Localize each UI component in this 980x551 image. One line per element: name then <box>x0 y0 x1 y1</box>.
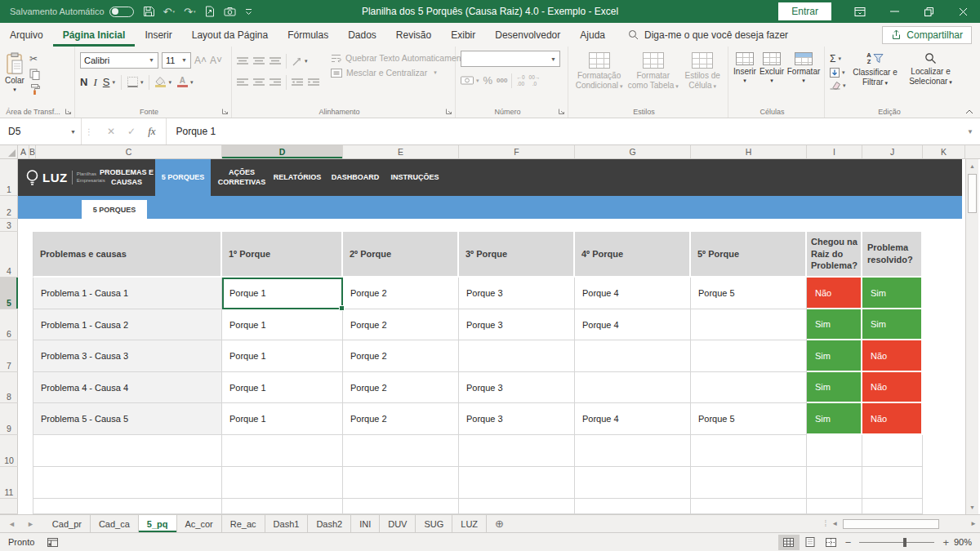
find-select-button[interactable]: Localizar e Selecionar <box>905 51 957 104</box>
nav-item-5-porques[interactable]: 5 PORQUES <box>155 159 211 196</box>
share-button[interactable]: Compartilhar <box>882 26 972 44</box>
expand-formula-bar-icon[interactable]: ▼ <box>967 128 980 136</box>
format-painter-icon[interactable] <box>29 84 40 95</box>
undo-icon[interactable]: ↶▾ <box>163 7 175 17</box>
row-header-5[interactable]: 5 <box>0 278 18 309</box>
macro-record-icon[interactable] <box>47 538 58 547</box>
zoom-slider-thumb[interactable] <box>903 538 906 547</box>
autosum-button[interactable]: Σ▾ <box>830 53 841 64</box>
cell-why2[interactable]: Porque 2 <box>343 309 459 340</box>
header-2-porque[interactable]: 2º Porque <box>343 232 459 278</box>
sheet-tab-re-ac[interactable]: Re_ac <box>222 515 265 532</box>
autosave-control[interactable]: Salvamento Automático <box>10 7 134 17</box>
cell-empty[interactable] <box>343 499 459 514</box>
cell-solved-flag[interactable]: Não <box>862 372 923 403</box>
cell-why3[interactable] <box>459 340 575 372</box>
cell-root-flag[interactable]: Sim <box>807 340 862 372</box>
row-header-6[interactable]: 6 <box>0 309 18 340</box>
cell-why4[interactable]: Porque 4 <box>575 278 691 309</box>
cell-empty[interactable] <box>459 467 575 499</box>
cell-empty[interactable] <box>862 435 923 467</box>
minimize-button[interactable] <box>877 0 911 23</box>
column-header-f[interactable]: F <box>459 145 575 158</box>
cell-empty[interactable] <box>459 435 575 467</box>
insert-cells-button[interactable]: Inserir <box>733 51 756 104</box>
column-header-h[interactable]: H <box>691 145 807 158</box>
cell-problem[interactable]: Problema 4 - Causa 4 <box>33 372 222 403</box>
align-bottom-icon[interactable] <box>270 57 281 65</box>
header-1-porque[interactable]: 1º Porque <box>222 232 343 278</box>
comma-style-button[interactable]: 000 <box>497 77 507 84</box>
cell-empty[interactable] <box>691 467 807 499</box>
orientation-button[interactable]: ▾ <box>292 57 308 66</box>
conditional-formatting-button[interactable]: Formatação Condicional <box>573 51 625 104</box>
cell-solved-flag[interactable]: Sim <box>862 278 923 309</box>
cell-why2[interactable]: Porque 2 <box>343 278 459 309</box>
column-header-c[interactable]: C <box>36 145 222 158</box>
cell-why5[interactable]: Porque 5 <box>691 403 807 435</box>
redo-icon[interactable]: ↷▾ <box>184 7 195 17</box>
cell-empty[interactable] <box>33 499 222 514</box>
save-icon[interactable] <box>143 6 154 17</box>
cell-why1[interactable]: Porque 1 <box>222 309 343 340</box>
cell-empty[interactable] <box>807 467 862 499</box>
header-problema-resolvido[interactable]: Problema resolvido? <box>862 232 923 278</box>
cell-empty[interactable] <box>222 499 343 514</box>
tab-arquivo[interactable]: Arquivo <box>0 23 53 47</box>
zoom-slider[interactable] <box>859 542 934 543</box>
nav-item-relatorios[interactable]: RELATÓRIOS <box>274 159 320 196</box>
decrease-decimal-icon[interactable]: 00→.0 <box>529 74 541 87</box>
row-header-8[interactable]: 8 <box>0 372 18 403</box>
decrease-indent-icon[interactable] <box>292 78 303 87</box>
tab-exibir[interactable]: Exibir <box>441 23 485 47</box>
row-header-9[interactable]: 9 <box>0 403 18 435</box>
row-header-7[interactable]: 7 <box>0 340 18 372</box>
autosave-toggle-icon[interactable] <box>109 7 134 17</box>
sheet-nav-left-icon[interactable]: ◄ <box>8 520 16 528</box>
increase-indent-icon[interactable] <box>308 78 319 87</box>
increase-font-icon[interactable]: A˄ <box>194 55 207 66</box>
cell-solved-flag[interactable]: Não <box>862 340 923 372</box>
scroll-up-icon[interactable]: ▲ <box>966 159 978 173</box>
sheet-tab-luz[interactable]: LUZ <box>452 515 487 532</box>
column-header-d[interactable]: D <box>222 145 343 158</box>
font-dialog-launcher-icon[interactable] <box>221 108 229 115</box>
view-page-break-icon[interactable] <box>821 535 842 550</box>
cell-root-flag[interactable]: Sim <box>807 309 862 340</box>
cell-why1[interactable]: Porque 1 <box>222 372 343 403</box>
header-3-porque[interactable]: 3º Porque <box>459 232 575 278</box>
tab-formulas[interactable]: Fórmulas <box>278 23 338 47</box>
view-normal-icon[interactable] <box>778 535 800 550</box>
sheet-tab-duv[interactable]: DUV <box>380 515 416 532</box>
name-box[interactable]: D5 ▼ <box>0 118 82 144</box>
hscroll-right-icon[interactable]: ► <box>970 520 977 527</box>
horizontal-scrollbar-track[interactable] <box>843 518 965 530</box>
delete-cells-button[interactable]: Excluir <box>760 51 784 104</box>
cell-empty[interactable] <box>862 467 923 499</box>
fill-button[interactable]: ▾ <box>830 68 845 78</box>
cell-why3[interactable]: Porque 3 <box>459 372 575 403</box>
insert-function-icon[interactable]: fx <box>148 125 155 138</box>
clipboard-dialog-launcher-icon[interactable] <box>65 108 72 115</box>
cell-empty[interactable] <box>459 499 575 514</box>
sign-in-button[interactable]: Entrar <box>778 2 831 20</box>
column-header-a[interactable]: A <box>18 145 29 158</box>
cell-empty[interactable] <box>691 435 807 467</box>
column-header-g[interactable]: G <box>575 145 691 158</box>
cell-root-flag[interactable]: Não <box>807 278 862 309</box>
horizontal-scrollbar[interactable]: ⁞ ◄ ► <box>824 515 980 532</box>
cell-solved-flag[interactable]: Sim <box>862 309 923 340</box>
decrease-font-icon[interactable]: A˅ <box>210 55 222 66</box>
cell-styles-button[interactable]: Estilos de Célula <box>681 51 724 104</box>
cell-why3[interactable]: Porque 3 <box>459 403 575 435</box>
percent-style-button[interactable]: % <box>483 74 493 87</box>
number-dialog-launcher-icon[interactable] <box>558 108 565 115</box>
align-middle-icon[interactable] <box>253 57 265 65</box>
nav-item-problemas-e-causas[interactable]: PROBLEMAS E CAUSAS <box>96 159 158 196</box>
confirm-entry-icon[interactable]: ✓ <box>127 126 136 137</box>
cell-root-flag[interactable]: Sim <box>807 403 862 435</box>
maximize-button[interactable] <box>911 0 946 23</box>
cell-problem[interactable]: Problema 5 - Causa 5 <box>33 403 222 435</box>
italic-button[interactable]: I <box>93 76 96 89</box>
column-header-b[interactable]: B <box>29 145 36 158</box>
